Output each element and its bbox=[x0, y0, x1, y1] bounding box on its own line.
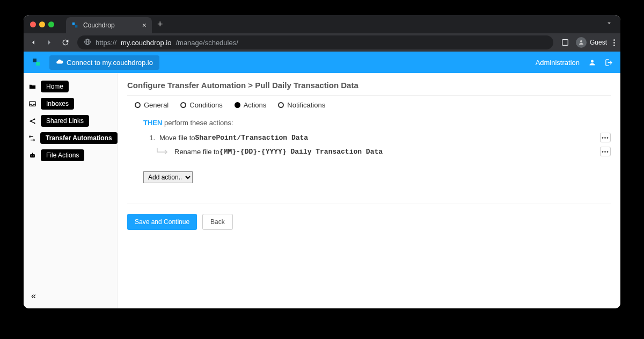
sub-arrow-icon bbox=[155, 147, 170, 156]
subaction-prefix: Rename file to bbox=[174, 148, 219, 156]
cloud-icon bbox=[56, 58, 63, 67]
actions-panel: THEN perform these actions: 1. Move file… bbox=[127, 118, 611, 183]
app-header: Connect to my.couchdrop.io Administratio… bbox=[24, 52, 620, 73]
sidebar-item-file-actions[interactable]: File Actions bbox=[41, 149, 84, 161]
svg-point-14 bbox=[33, 155, 33, 156]
config-tabs: General Conditions Actions Notifications bbox=[127, 101, 611, 109]
sidebar-item-home[interactable]: Home bbox=[41, 81, 69, 92]
breadcrumb-leaf: Pull Daily Transaction Data bbox=[255, 81, 358, 90]
tab-conditions[interactable]: Conditions bbox=[180, 101, 222, 109]
browser-tab[interactable]: Couchdrop × bbox=[66, 17, 152, 33]
sidebar-item-shared-links[interactable]: Shared Links bbox=[41, 115, 89, 127]
action-prefix: Move file to bbox=[159, 134, 195, 142]
tab-notifications[interactable]: Notifications bbox=[278, 101, 325, 109]
url-path: /manage/schedules/ bbox=[175, 39, 238, 47]
sidebar-collapse-icon[interactable]: « bbox=[31, 291, 36, 301]
sidebar: Home Inboxes Shared Links Transfer Autom… bbox=[24, 73, 118, 308]
nav-forward-icon[interactable] bbox=[45, 38, 54, 47]
nav-back-icon[interactable] bbox=[29, 38, 38, 47]
footer-buttons: Save and Continue Back bbox=[127, 204, 611, 230]
address-bar: https://my.couchdrop.io/manage/schedules… bbox=[24, 33, 620, 52]
connect-button[interactable]: Connect to my.couchdrop.io bbox=[49, 55, 159, 70]
action-menu-button[interactable]: ••• bbox=[600, 133, 611, 142]
svg-rect-0 bbox=[72, 23, 75, 25]
application: Connect to my.couchdrop.io Administratio… bbox=[24, 52, 620, 308]
connect-label: Connect to my.couchdrop.io bbox=[67, 59, 153, 67]
automation-icon bbox=[28, 134, 36, 142]
browser-window: Couchdrop × + https://my.couchdrop.io/ma… bbox=[24, 15, 620, 308]
svg-point-7 bbox=[591, 60, 594, 62]
site-info-icon[interactable] bbox=[84, 38, 91, 47]
tab-general[interactable]: General bbox=[135, 101, 169, 109]
app-logo-icon[interactable] bbox=[31, 57, 42, 68]
tab-title: Couchdrop bbox=[83, 21, 115, 29]
sidebar-item-transfer-automations[interactable]: Transfer Automations bbox=[40, 132, 118, 144]
add-action-control: Add action... bbox=[143, 171, 611, 183]
action-target: SharePoint/Transaction Data bbox=[195, 134, 308, 142]
svg-rect-3 bbox=[562, 40, 568, 46]
share-icon bbox=[28, 117, 36, 125]
tab-actions[interactable]: Actions bbox=[235, 101, 267, 109]
maximize-window-dot[interactable] bbox=[48, 21, 54, 27]
add-action-select[interactable]: Add action... bbox=[143, 171, 193, 183]
svg-rect-5 bbox=[33, 59, 36, 62]
svg-point-13 bbox=[31, 155, 32, 156]
svg-rect-1 bbox=[75, 25, 77, 27]
browser-menu-icon[interactable] bbox=[613, 39, 615, 46]
extensions-icon[interactable] bbox=[561, 38, 569, 47]
save-button[interactable]: Save and Continue bbox=[127, 214, 197, 230]
new-tab-button[interactable]: + bbox=[157, 19, 163, 29]
close-window-dot[interactable] bbox=[30, 21, 36, 27]
favicon-icon bbox=[71, 21, 79, 29]
svg-rect-6 bbox=[36, 62, 40, 66]
breadcrumb-sep: > bbox=[246, 81, 255, 90]
svg-point-4 bbox=[580, 40, 582, 42]
subaction-menu-button[interactable]: ••• bbox=[600, 147, 611, 156]
breadcrumb: Configure Transfer Automation > Pull Dai… bbox=[127, 81, 611, 96]
url-scheme: https:// bbox=[96, 39, 116, 47]
sidebar-item-inboxes[interactable]: Inboxes bbox=[41, 98, 74, 110]
browser-tabbar: Couchdrop × + bbox=[24, 15, 620, 33]
profile-guest[interactable]: Guest bbox=[576, 37, 607, 48]
action-row-1: 1. Move file to SharePoint/Transaction D… bbox=[143, 133, 611, 142]
logout-icon[interactable] bbox=[605, 59, 613, 67]
avatar-icon bbox=[576, 37, 587, 48]
svg-rect-12 bbox=[30, 154, 35, 157]
breadcrumb-root[interactable]: Configure Transfer Automation bbox=[127, 81, 246, 90]
guest-label: Guest bbox=[590, 39, 607, 46]
url-box[interactable]: https://my.couchdrop.io/manage/schedules… bbox=[77, 35, 553, 49]
minimize-window-dot[interactable] bbox=[39, 21, 45, 27]
then-line: THEN perform these actions: bbox=[143, 118, 611, 127]
then-keyword: THEN bbox=[143, 119, 162, 127]
svg-point-10 bbox=[34, 118, 35, 120]
then-rest: perform these actions: bbox=[162, 119, 233, 127]
subaction-target: {MM}-{DD}-{YYYY} Daily Transaction Data bbox=[219, 148, 383, 156]
folder-icon bbox=[28, 82, 36, 91]
main-content: Configure Transfer Automation > Pull Dai… bbox=[118, 73, 620, 308]
inbox-icon bbox=[28, 99, 36, 108]
user-icon[interactable] bbox=[588, 59, 596, 67]
app-body: Home Inboxes Shared Links Transfer Autom… bbox=[24, 73, 620, 308]
tab-overflow-icon[interactable] bbox=[605, 19, 613, 29]
svg-point-11 bbox=[34, 122, 35, 124]
action-sub-row: Rename file to {MM}-{DD}-{YYYY} Daily Tr… bbox=[143, 147, 611, 156]
nav-reload-icon[interactable] bbox=[61, 38, 70, 47]
url-host: my.couchdrop.io bbox=[121, 39, 171, 47]
back-button[interactable]: Back bbox=[202, 214, 233, 230]
robot-icon bbox=[28, 151, 36, 160]
svg-point-9 bbox=[30, 120, 31, 122]
admin-link[interactable]: Administration bbox=[536, 59, 580, 67]
tab-close-icon[interactable]: × bbox=[142, 21, 147, 30]
window-controls bbox=[30, 21, 54, 27]
action-number: 1. bbox=[143, 134, 155, 142]
